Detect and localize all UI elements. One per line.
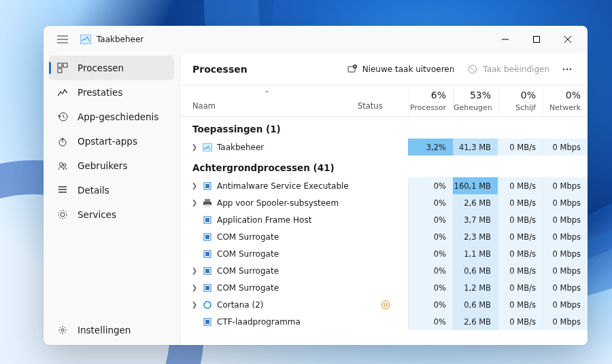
disk-cell: 0 MB/s (498, 211, 543, 228)
cpu-label: Processor (409, 103, 446, 112)
sidebar-item-gebruikers[interactable]: Gebruikers (49, 153, 174, 178)
sidebar-item-opstart-apps[interactable]: Opstart-apps (49, 129, 174, 153)
process-name: Cortana (2) (217, 300, 354, 310)
process-row[interactable]: ❯COM Surrogate0%2,3 MB0 MB/s0 Mbps (180, 228, 588, 245)
sidebar-item-services[interactable]: Services (49, 202, 174, 227)
net-cell: 0 Mbps (543, 211, 588, 228)
expand-icon[interactable]: ❯ (190, 267, 199, 274)
cpu-cell: 0% (408, 211, 453, 228)
more-icon (562, 68, 572, 71)
mem-cell: 2,3 MB (453, 228, 498, 245)
sidebar-item-label: Details (78, 185, 109, 196)
expand-icon[interactable]: ❯ (190, 301, 199, 308)
process-name: CTF-laadprogramma (217, 317, 354, 327)
sidebar-item-label: Instellingen (78, 325, 131, 335)
svg-rect-22 (205, 184, 209, 188)
hamburger-button[interactable] (53, 30, 72, 49)
cpu-cell: 0% (408, 313, 453, 330)
process-row[interactable]: ❯Taakbeheer3,2%41,3 MB0 MB/s0 Mbps (180, 139, 588, 156)
process-name: Taakbeheer (217, 143, 354, 152)
process-icon (202, 142, 213, 153)
process-row[interactable]: ❯COM Surrogate0%1,1 MB0 MB/s0 Mbps (180, 245, 588, 262)
expand-icon[interactable]: ❯ (190, 284, 199, 291)
cpu-cell: 3,2% (408, 139, 453, 156)
net-cell: 0 Mbps (543, 228, 588, 245)
mem-cell: 41,3 MB (453, 139, 498, 156)
svg-point-18 (566, 68, 568, 69)
sidebar-item-app-geschiedenis[interactable]: App-geschiedenis (49, 105, 174, 129)
svg-point-17 (563, 68, 564, 69)
toolbar: Processen Nieuwe taak uitvoeren Taak beë… (180, 53, 588, 86)
cpu-cell: 0% (408, 279, 453, 296)
disk-label: Schijf (498, 103, 536, 112)
mem-cell: 2,6 MB (453, 194, 498, 211)
svg-rect-4 (58, 69, 62, 73)
column-net[interactable]: 0% Netwerk (543, 86, 588, 116)
mem-label: Geheugen (454, 103, 491, 112)
svg-rect-2 (58, 63, 62, 67)
expand-icon[interactable]: ❯ (190, 182, 199, 189)
process-icon (202, 299, 213, 310)
maximize-button[interactable] (521, 26, 552, 53)
svg-rect-3 (63, 63, 67, 67)
mem-cell: 160,1 MB (453, 177, 498, 194)
titlebar: Taakbeheer (44, 26, 588, 53)
close-button[interactable] (552, 26, 583, 53)
process-grid: ⌃ Naam Status 6% Processor 53% Geheugen (180, 86, 588, 345)
column-mem[interactable]: 53% Geheugen (453, 86, 498, 116)
new-task-button[interactable]: Nieuwe taak uitvoeren (341, 58, 462, 80)
sidebar-item-processen[interactable]: Processen (49, 56, 174, 80)
mem-cell: 0,6 MB (453, 296, 498, 313)
process-name: COM Surrogate (217, 232, 354, 242)
svg-rect-33 (205, 269, 209, 273)
sidebar-item-settings[interactable]: Instellingen (49, 318, 174, 342)
mem-cell: 3,7 MB (453, 211, 498, 228)
mem-percent: 53% (454, 90, 491, 101)
process-row[interactable]: ❯Application Frame Host0%3,7 MB0 MB/s0 M… (180, 211, 588, 228)
svg-rect-1 (534, 37, 540, 43)
process-name: Antimalware Service Executable (217, 181, 354, 191)
column-cpu[interactable]: 6% Processor (408, 86, 453, 116)
process-row[interactable]: ❯Antimalware Service Executable0%160,1 M… (180, 177, 588, 194)
expand-icon[interactable]: ❯ (190, 199, 199, 206)
cpu-cell: 0% (408, 262, 453, 279)
grid-header: ⌃ Naam Status 6% Processor 53% Geheugen (180, 86, 588, 117)
disk-cell: 0 MB/s (498, 262, 543, 279)
minimize-icon (502, 36, 509, 43)
process-row[interactable]: ❯CTF-laadprogramma0%2,6 MB0 MB/s0 Mbps (180, 313, 588, 330)
end-task-label: Taak beëindigen (483, 65, 549, 74)
net-label: Netwerk (543, 103, 581, 112)
process-row[interactable]: ❯COM Surrogate0%1,2 MB0 MB/s0 Mbps (180, 279, 588, 296)
process-icon (202, 232, 213, 242)
svg-point-36 (204, 302, 211, 308)
mem-cell: 1,1 MB (453, 245, 498, 262)
column-name[interactable]: ⌃ Naam (180, 86, 354, 116)
task-manager-window: Taakbeheer ProcessenPrestatiesApp-geschi… (44, 26, 588, 345)
cpu-cell: 0% (408, 177, 453, 194)
process-name: Application Frame Host (217, 215, 354, 225)
status-cell (354, 300, 408, 310)
column-status[interactable]: Status (354, 86, 408, 116)
net-cell: 0 Mbps (543, 279, 588, 296)
net-cell: 0 Mbps (543, 177, 588, 194)
process-icon (202, 181, 213, 192)
paused-icon (381, 300, 390, 310)
more-button[interactable] (556, 58, 578, 80)
sidebar-item-prestaties[interactable]: Prestaties (49, 80, 174, 105)
svg-point-9 (60, 163, 63, 166)
process-row[interactable]: ❯COM Surrogate0%0,6 MB0 MB/s0 Mbps (180, 262, 588, 279)
column-status-label: Status (358, 101, 383, 111)
process-row[interactable]: ❯Cortana (2)0%0,6 MB0 MB/s0 Mbps (180, 296, 588, 313)
expand-icon[interactable]: ❯ (190, 143, 199, 151)
svg-rect-23 (205, 199, 210, 202)
svg-rect-25 (205, 204, 210, 207)
process-row[interactable]: ❯App voor Spooler-subsysteem0%2,6 MB0 MB… (180, 194, 588, 211)
performance-icon (57, 87, 68, 98)
svg-point-6 (66, 92, 67, 93)
sidebar-item-details[interactable]: Details (49, 178, 174, 202)
minimize-button[interactable] (490, 26, 521, 53)
column-disk[interactable]: 0% Schijf (498, 86, 543, 116)
grid-body[interactable]: Toepassingen (1)❯Taakbeheer3,2%41,3 MB0 … (180, 117, 588, 345)
main-panel: Processen Nieuwe taak uitvoeren Taak beë… (180, 53, 588, 345)
process-name: COM Surrogate (217, 266, 354, 276)
